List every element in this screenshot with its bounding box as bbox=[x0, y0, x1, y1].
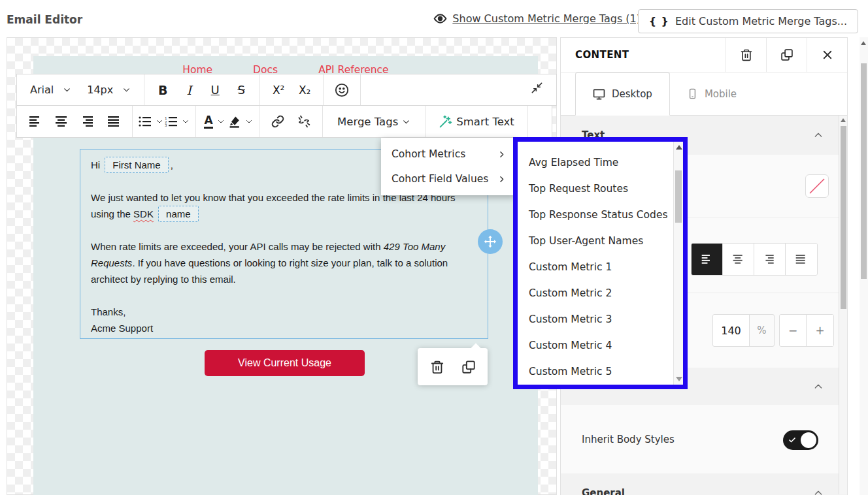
move-icon bbox=[483, 234, 497, 249]
submenu-item-custom-metric-1[interactable]: Custom Metric 1 bbox=[529, 254, 673, 280]
close-sidebar-button[interactable] bbox=[807, 38, 847, 72]
merge-tag-name[interactable]: name bbox=[158, 206, 199, 222]
italic-button[interactable]: I bbox=[176, 77, 202, 103]
tab-desktop[interactable]: Desktop bbox=[575, 72, 670, 116]
no-color-icon bbox=[806, 175, 828, 197]
align-center-button[interactable] bbox=[48, 108, 75, 135]
smart-text-label: Smart Text bbox=[456, 116, 514, 128]
menu-item-cohort-metrics[interactable]: Cohort Metrics bbox=[381, 142, 516, 167]
align-right-option[interactable] bbox=[754, 244, 786, 275]
submenu-item-custom-metric-5[interactable]: Custom Metric 5 bbox=[529, 359, 673, 385]
merge-tags-dropdown-button[interactable]: Merge Tags bbox=[328, 108, 420, 135]
top-header: Email Editor Show Custom Metric Merge Ta… bbox=[0, 0, 868, 37]
submenu-item-avg-elapsed-time[interactable]: Avg Elapsed Time bbox=[529, 150, 673, 176]
strikethrough-button[interactable]: S bbox=[228, 77, 254, 103]
bold-button[interactable]: B bbox=[150, 77, 176, 103]
cohort-metrics-submenu: Avg Elapsed Time Top Request Routes Top … bbox=[513, 137, 688, 389]
font-family-value: Arial bbox=[30, 84, 54, 96]
inherit-body-styles-toggle[interactable] bbox=[783, 430, 818, 450]
text-color-swatch[interactable] bbox=[805, 174, 829, 198]
align-center-option[interactable] bbox=[723, 244, 754, 275]
toolbar-row-1: Arial 14px B I U S X² X₂ bbox=[16, 74, 557, 106]
check-icon bbox=[788, 436, 796, 444]
align-right-icon bbox=[764, 255, 776, 264]
line-height-input[interactable] bbox=[713, 315, 749, 346]
chevron-down-icon bbox=[122, 86, 131, 94]
remove-link-button[interactable] bbox=[291, 108, 317, 135]
closing-signature: Acme Support bbox=[91, 323, 153, 334]
mobile-icon bbox=[687, 88, 698, 99]
font-color-button[interactable]: A bbox=[201, 108, 227, 135]
decrease-button[interactable]: − bbox=[780, 315, 807, 346]
duplicate-block-icon[interactable] bbox=[461, 360, 476, 374]
line-height-unit: % bbox=[749, 315, 774, 346]
delete-content-button[interactable] bbox=[726, 38, 766, 72]
collapse-toolbar-button[interactable] bbox=[524, 74, 550, 101]
list-group: 123 bbox=[133, 106, 196, 137]
superscript-button[interactable]: X² bbox=[265, 77, 292, 103]
eye-icon bbox=[433, 12, 447, 25]
insert-link-button[interactable] bbox=[265, 108, 291, 135]
toggle-knob bbox=[801, 432, 816, 448]
monitor-icon bbox=[593, 88, 605, 101]
scroll-up-arrow[interactable] bbox=[841, 118, 846, 122]
tab-mobile[interactable]: Mobile bbox=[670, 72, 754, 115]
submenu-item-top-user-agent-names[interactable]: Top User-Agent Names bbox=[529, 228, 673, 254]
highlighter-icon bbox=[229, 116, 241, 128]
edit-merge-tags-button[interactable]: { } Edit Custom Metric Merge Tags... bbox=[638, 9, 858, 33]
color-group: A bbox=[196, 106, 259, 137]
inherit-body-styles-label: Inherit Body Styles bbox=[582, 405, 675, 473]
submenu-item-top-request-routes[interactable]: Top Request Routes bbox=[529, 176, 673, 202]
submenu-item-custom-metric-4[interactable]: Custom Metric 4 bbox=[529, 332, 673, 359]
submenu-item-top-response-status-codes[interactable]: Top Response Status Codes bbox=[529, 202, 673, 228]
align-left-icon bbox=[29, 116, 42, 127]
page-scrollbar[interactable] bbox=[860, 37, 868, 495]
bullet-list-icon bbox=[139, 116, 152, 127]
align-left-button[interactable] bbox=[22, 108, 48, 135]
font-family-select[interactable]: Arial bbox=[22, 84, 79, 96]
inherit-body-styles-row: Inherit Body Styles bbox=[561, 405, 847, 473]
scrollbar-thumb[interactable] bbox=[841, 126, 846, 309]
trash-icon bbox=[740, 48, 753, 61]
greeting-comma: , bbox=[171, 159, 173, 170]
align-right-icon bbox=[82, 116, 94, 127]
show-merge-tags-label: Show Custom Metric Merge Tags (1) bbox=[452, 12, 641, 25]
view-current-usage-button[interactable]: View Current Usage bbox=[205, 350, 365, 376]
section-general-header[interactable]: General bbox=[561, 473, 847, 495]
smart-text-button[interactable]: Smart Text bbox=[431, 108, 522, 135]
close-icon bbox=[822, 49, 833, 61]
numbered-list-button[interactable]: 123 bbox=[164, 108, 190, 135]
scrollbar-thumb[interactable] bbox=[675, 170, 682, 223]
merge-tags-menu: Cohort Metrics Cohort Field Values bbox=[381, 138, 516, 195]
align-center-icon bbox=[56, 116, 68, 127]
subscript-button[interactable]: X₂ bbox=[292, 77, 318, 103]
font-size-select[interactable]: 14px bbox=[79, 84, 139, 96]
underline-button[interactable]: U bbox=[202, 77, 228, 103]
align-left-icon bbox=[701, 255, 713, 264]
duplicate-content-button[interactable] bbox=[766, 38, 807, 72]
submenu-item-custom-metric-3[interactable]: Custom Metric 3 bbox=[529, 306, 673, 332]
sidebar-scrollbar[interactable] bbox=[839, 116, 847, 494]
scrollbar-thumb[interactable] bbox=[861, 63, 867, 279]
scroll-down-arrow[interactable] bbox=[676, 377, 682, 381]
submenu-scrollbar[interactable] bbox=[673, 142, 683, 385]
align-right-button[interactable] bbox=[75, 108, 101, 135]
align-justify-button[interactable] bbox=[101, 108, 127, 135]
increase-button[interactable]: + bbox=[807, 315, 833, 346]
align-justify-option[interactable] bbox=[786, 244, 817, 275]
svg-text:3: 3 bbox=[165, 123, 167, 127]
merge-tag-first-name[interactable]: First Name bbox=[105, 157, 168, 173]
delete-block-icon[interactable] bbox=[430, 360, 444, 374]
bullet-list-button[interactable] bbox=[138, 108, 164, 135]
edit-merge-tags-label: Edit Custom Metric Merge Tags... bbox=[675, 15, 847, 27]
chevron-down-icon bbox=[156, 118, 163, 125]
menu-item-cohort-field-values[interactable]: Cohort Field Values bbox=[381, 167, 516, 191]
scroll-up-arrow[interactable] bbox=[676, 145, 682, 150]
show-merge-tags-link[interactable]: Show Custom Metric Merge Tags (1) bbox=[433, 12, 641, 25]
block-move-handle[interactable] bbox=[478, 229, 503, 254]
highlight-color-button[interactable] bbox=[227, 108, 254, 135]
emoji-button[interactable] bbox=[329, 77, 355, 103]
submenu-item-custom-metric-2[interactable]: Custom Metric 2 bbox=[529, 280, 673, 306]
align-left-option[interactable] bbox=[692, 244, 723, 275]
scroll-up-arrow[interactable] bbox=[861, 41, 866, 45]
